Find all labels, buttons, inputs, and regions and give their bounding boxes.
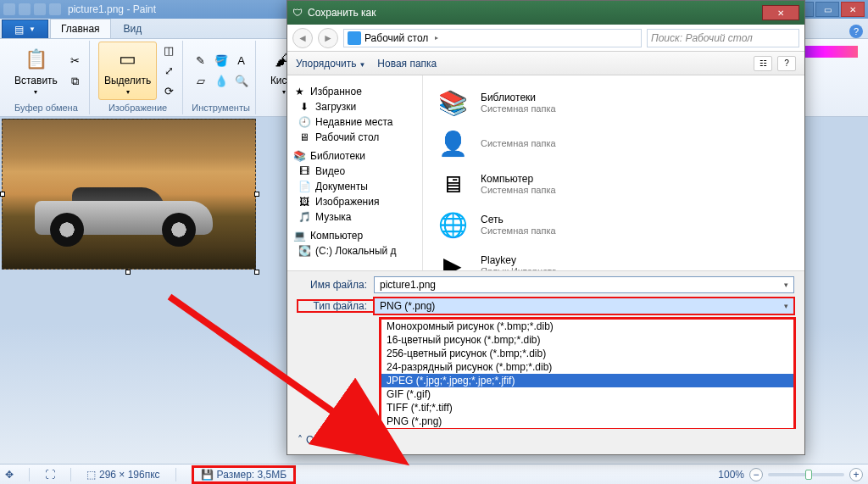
- filetype-option[interactable]: 16-цветный рисунок (*.bmp;*.dib): [381, 333, 793, 347]
- computer-icon: 🖥: [433, 167, 472, 201]
- close-button[interactable]: ✕: [841, 2, 865, 17]
- breadcrumb-label: Рабочий стол: [364, 32, 428, 44]
- undo-icon[interactable]: [34, 3, 46, 15]
- view-mode-button[interactable]: ☷: [754, 56, 772, 71]
- canvas-dims: ⬚ 296 × 196пкс: [86, 469, 160, 481]
- new-folder-button[interactable]: Новая папка: [377, 58, 437, 70]
- eraser-icon[interactable]: ▱: [192, 73, 209, 90]
- text-icon[interactable]: A: [233, 53, 250, 70]
- picture-icon: 🖼: [298, 196, 311, 208]
- tree-recent[interactable]: 🕘Недавние места: [291, 114, 419, 130]
- filetype-option[interactable]: 24-разрядный рисунок (*.bmp;*.dib): [381, 360, 793, 374]
- download-icon: ⬇: [298, 101, 311, 113]
- dialog-bottom: ˄ Скрыть папки: [287, 429, 804, 454]
- list-item[interactable]: 📚 БиблиотекиСистемная папка: [431, 82, 796, 123]
- image-canvas[interactable]: [2, 119, 256, 270]
- tree-pictures[interactable]: 🖼Изображения: [291, 194, 419, 209]
- pencil-icon[interactable]: ✎: [192, 53, 209, 70]
- window-title: picture1.png - Paint: [68, 3, 156, 15]
- search-input[interactable]: Поиск: Рабочий стол: [647, 29, 799, 47]
- tree-desktop[interactable]: 🖥Рабочий стол: [291, 130, 419, 145]
- filetype-combo[interactable]: PNG (*.png) ▾: [374, 298, 794, 314]
- rotate-icon[interactable]: ⟳: [160, 83, 177, 100]
- tree-computer[interactable]: 💻Компьютер: [291, 228, 419, 243]
- tab-view[interactable]: Вид: [113, 19, 153, 38]
- organize-menu[interactable]: Упорядочить▼: [296, 58, 365, 70]
- recent-icon: 🕘: [298, 116, 311, 128]
- redo-icon[interactable]: [49, 3, 61, 15]
- paste-button[interactable]: 📋 Вставить ▾: [8, 42, 64, 100]
- tree-favorites[interactable]: ★Избранное: [291, 84, 419, 99]
- resize-handle[interactable]: [0, 192, 5, 197]
- zoom-out-button[interactable]: −: [749, 468, 763, 481]
- dialog-close-button[interactable]: ✕: [762, 5, 799, 20]
- filetype-option[interactable]: PNG (*.png): [381, 414, 793, 428]
- select-icon: ▭: [114, 46, 142, 73]
- filename-label: Имя файла:: [298, 279, 374, 291]
- fill-icon[interactable]: 🪣: [213, 53, 230, 70]
- save-as-dialog: 🛡 Сохранить как ✕ ◄ ► Рабочий стол ▸ Пои…: [287, 0, 805, 455]
- file-size: 💾 Размер: 3,5МБ: [192, 465, 296, 484]
- tree-downloads[interactable]: ⬇Загрузки: [291, 99, 419, 114]
- tree-cdrive[interactable]: 💽(C:) Локальный д: [291, 243, 419, 259]
- list-item[interactable]: ▶ PlaykeyЯрлык Интернета: [431, 245, 796, 270]
- list-item[interactable]: 👤 Системная папка: [431, 123, 796, 164]
- filetype-option[interactable]: JPEG (*.jpg;*.jpeg;*.jpe;*.jfif): [381, 374, 793, 387]
- file-menu-button[interactable]: ▤▼: [2, 19, 48, 38]
- breadcrumb[interactable]: Рабочий стол ▸: [343, 29, 642, 47]
- zoom-slider[interactable]: [768, 473, 844, 476]
- select-button[interactable]: ▭ Выделить ▾: [98, 42, 157, 100]
- tree-music[interactable]: 🎵Музыка: [291, 209, 419, 225]
- shortcut-icon: ▶: [433, 248, 472, 270]
- resize-icon[interactable]: ⤢: [160, 63, 177, 80]
- resize-handle[interactable]: [125, 270, 131, 275]
- zoom-value: 100%: [718, 469, 744, 481]
- dialog-titlebar: 🛡 Сохранить как ✕: [287, 1, 804, 25]
- filetype-option[interactable]: GIF (*.gif): [381, 387, 793, 401]
- cut-icon[interactable]: ✂: [67, 53, 84, 70]
- filetype-option[interactable]: TIFF (*.tif;*.tiff): [381, 401, 793, 414]
- file-menu-icon: ▤: [14, 24, 24, 36]
- back-button[interactable]: ◄: [292, 28, 313, 48]
- filetype-option[interactable]: Монохромный рисунок (*.bmp;*.dib): [381, 320, 793, 333]
- magnify-icon[interactable]: 🔍: [233, 73, 250, 90]
- copy-icon[interactable]: ⧉: [67, 73, 84, 90]
- ribbon-group-image: ▭ Выделить ▾ ◫ ⤢ ⟳ Изображение: [93, 41, 183, 114]
- file-list: 📚 БиблиотекиСистемная папка 👤 Системная …: [423, 75, 804, 270]
- filetype-option[interactable]: 256-цветный рисунок (*.bmp;*.dib): [381, 347, 793, 360]
- video-icon: 🎞: [298, 165, 311, 177]
- chevron-down-icon[interactable]: ▾: [784, 281, 788, 289]
- ribbon-group-clipboard-label: Буфер обмена: [14, 101, 78, 114]
- ribbon-group-brushes-label: [282, 101, 285, 114]
- car-image: [35, 186, 213, 247]
- save-icon[interactable]: [19, 3, 31, 15]
- tree-documents[interactable]: 📄Документы: [291, 179, 419, 194]
- crop-icon[interactable]: ◫: [160, 42, 177, 59]
- desktop-icon: [348, 31, 361, 45]
- maximize-button[interactable]: ▭: [815, 2, 839, 17]
- forward-button[interactable]: ►: [318, 28, 338, 48]
- drive-icon: 💽: [298, 245, 311, 257]
- filetype-dropdown: Монохромный рисунок (*.bmp;*.dib)16-цвет…: [381, 319, 794, 429]
- library-icon: 📚: [433, 86, 472, 120]
- select-label: Выделить: [104, 75, 151, 86]
- library-icon: 📚: [292, 150, 306, 162]
- list-item[interactable]: 🖥 КомпьютерСистемная папка: [431, 164, 796, 204]
- dialog-toolbar: Упорядочить▼ Новая папка ☷ ?: [287, 52, 804, 75]
- paste-label: Вставить: [14, 75, 58, 86]
- picker-icon[interactable]: 💧: [213, 73, 230, 90]
- tree-videos[interactable]: 🎞Видео: [291, 164, 419, 179]
- resize-handle[interactable]: [254, 270, 259, 275]
- document-icon: 📄: [298, 181, 311, 192]
- zoom-in-button[interactable]: +: [849, 468, 863, 481]
- list-item[interactable]: 🌐 СетьСистемная папка: [431, 204, 796, 245]
- chevron-down-icon[interactable]: ▾: [784, 302, 788, 310]
- tab-home[interactable]: Главная: [50, 19, 111, 38]
- help-icon[interactable]: ?: [777, 56, 796, 71]
- tree-libraries[interactable]: 📚Библиотеки: [291, 148, 419, 164]
- help-icon[interactable]: ?: [849, 25, 863, 38]
- filename-input[interactable]: picture1.png ▾: [374, 276, 794, 293]
- resize-handle[interactable]: [254, 192, 259, 197]
- zoom-controls: 100% − +: [718, 468, 863, 481]
- hide-folders-link[interactable]: ˄ Скрыть папки: [298, 434, 370, 446]
